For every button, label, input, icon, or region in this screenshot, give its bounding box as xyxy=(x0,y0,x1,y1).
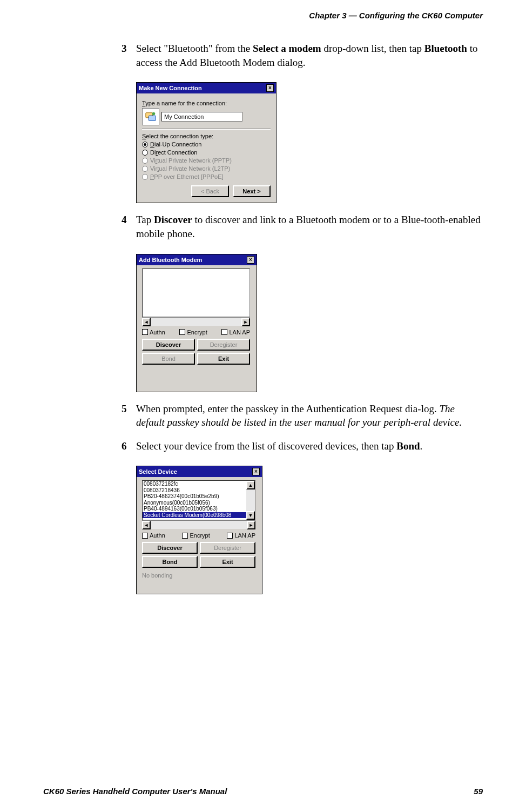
connection-icon xyxy=(142,108,159,125)
list-item-selected[interactable]: Socket Cordless Modem(00e098b08 xyxy=(143,512,255,519)
modem-list[interactable] xyxy=(142,269,250,317)
radio-pptp-pre: Vi xyxy=(150,157,156,164)
discover-button[interactable]: Discover xyxy=(142,339,195,351)
scroll-left-icon[interactable]: ◄ xyxy=(142,521,151,529)
checkbox-icon xyxy=(142,329,148,335)
footer-manual-title: CK60 Series Handheld Computer User's Man… xyxy=(43,787,227,796)
radio-pppoe: PPP over Ethernet [PPPoE] xyxy=(142,173,271,180)
hscroll-bar[interactable]: ◄ ► xyxy=(142,520,255,529)
name-label: Type a name for the connection: xyxy=(142,100,271,106)
step-5-number: 5 xyxy=(122,402,127,416)
encrypt-checkbox[interactable]: Encrypt xyxy=(182,532,210,539)
radio-l2tp: Virtual Private Network (L2TP) xyxy=(142,165,271,172)
radio-icon xyxy=(142,166,148,172)
encrypt-label: Encrypt xyxy=(190,532,210,539)
step-3-text-1: Select "Bluetooth" from the xyxy=(136,43,253,54)
dialog3-buttons: Discover Deregister Bond Exit xyxy=(142,542,255,568)
step-4: 4 Tap Discover to discover and link to a… xyxy=(124,213,483,240)
svg-rect-1 xyxy=(149,116,156,120)
radio-direct-post: ect Connection xyxy=(158,149,197,156)
connection-name-input[interactable]: My Connection xyxy=(161,112,242,122)
exit-button[interactable]: Exit xyxy=(200,556,255,568)
step-4-bold-1: Discover xyxy=(154,214,192,225)
svg-point-2 xyxy=(152,112,156,116)
dialog3-title: Select Device xyxy=(139,468,177,475)
radio-pptp-post: tual Private Network (PPTP) xyxy=(157,157,232,164)
authn-label: Authn xyxy=(150,329,165,335)
list-item[interactable]: Anonymous(00c01b05f056) xyxy=(143,500,255,506)
type-label: Select the connection type: xyxy=(142,133,271,139)
bond-button[interactable]: Bond xyxy=(142,556,198,568)
checkbox-icon xyxy=(221,329,227,335)
scroll-left-icon[interactable]: ◄ xyxy=(142,318,151,326)
encrypt-label: Encrypt xyxy=(187,329,207,335)
dialog2-titlebar: Add Bluetooth Modem × xyxy=(137,254,257,265)
hscroll-bar[interactable]: ◄ ► xyxy=(142,317,250,326)
list-item[interactable]: PB20-4862374(00c01b05e2b9) xyxy=(143,493,255,500)
status-text: No bonding xyxy=(142,572,257,579)
scroll-track[interactable] xyxy=(246,489,255,511)
scroll-up-icon[interactable]: ▲ xyxy=(246,481,255,489)
next-button[interactable]: Next > xyxy=(233,185,271,197)
list-item[interactable]: 0080372182fc xyxy=(143,481,255,487)
radio-dialup-label: ial-Up Connection xyxy=(154,141,201,147)
checkbox-icon xyxy=(227,533,233,539)
close-icon[interactable]: × xyxy=(252,468,260,475)
radio-pptp: Virtual Private Network (PPTP) xyxy=(142,157,271,164)
separator xyxy=(142,129,271,130)
close-icon[interactable]: × xyxy=(266,84,274,92)
discover-button[interactable]: Discover xyxy=(142,542,198,554)
radio-direct-pre: Di xyxy=(150,149,156,156)
device-list[interactable]: 0080372182fc 008037218436 PB20-4862374(0… xyxy=(142,480,255,520)
deregister-button: Deregister xyxy=(197,339,250,351)
step-3: 3 Select "Bluetooth" from the Select a m… xyxy=(124,42,483,69)
scroll-right-icon[interactable]: ► xyxy=(241,318,250,326)
select-device-dialog: Select Device × 0080372182fc 00803721843… xyxy=(136,466,262,594)
encrypt-checkbox[interactable]: Encrypt xyxy=(179,329,207,335)
radio-dialup[interactable]: Dial-Up Connection xyxy=(142,141,271,147)
exit-button[interactable]: Exit xyxy=(197,353,250,365)
step-6-number: 6 xyxy=(122,439,127,453)
authn-checkbox[interactable]: Authn xyxy=(142,329,165,335)
type-label-rest: elect the connection type: xyxy=(146,133,213,139)
back-button: < Back xyxy=(191,185,229,197)
list-item[interactable]: PB40-4894163(00c01b05f063) xyxy=(143,506,255,512)
deregister-button: Deregister xyxy=(200,542,255,554)
name-input-row: My Connection xyxy=(142,108,271,125)
scroll-track[interactable] xyxy=(151,521,247,529)
step-5-text-1: When prompted, enter the passkey in the … xyxy=(136,403,439,414)
dialog3-titlebar: Select Device × xyxy=(137,466,262,477)
radio-direct[interactable]: Direct Connection xyxy=(142,149,271,156)
checkbox-icon xyxy=(142,533,148,539)
radio-icon xyxy=(142,158,148,164)
dialog1-titlebar: Make New Connection × xyxy=(137,83,276,93)
scroll-right-icon[interactable]: ► xyxy=(247,521,255,529)
step-6-bold-1: Bond xyxy=(396,440,420,452)
dialog1-body: Type a name for the connection: My Conne… xyxy=(137,93,276,203)
page-footer: CK60 Series Handheld Computer User's Man… xyxy=(43,787,483,796)
authn-label: Authn xyxy=(150,532,165,539)
bond-button: Bond xyxy=(142,353,195,365)
lanap-checkbox[interactable]: LAN AP xyxy=(221,329,250,335)
vscroll-bar[interactable]: ▲ ▼ xyxy=(246,481,255,520)
close-icon[interactable]: × xyxy=(247,256,254,264)
dialog2-title: Add Bluetooth Modem xyxy=(139,257,202,263)
radio-l2tp-pre: Vir xyxy=(150,165,157,172)
lanap-label: LAN AP xyxy=(234,532,255,539)
radio-icon xyxy=(142,142,148,147)
lanap-checkbox[interactable]: LAN AP xyxy=(227,532,255,539)
make-new-connection-dialog: Make New Connection × Type a name for th… xyxy=(136,82,277,203)
step-4-text-1: Tap xyxy=(136,214,154,225)
checkbox-row: Authn Encrypt LAN AP xyxy=(142,329,250,335)
dialog2-buttons: Discover Deregister Bond Exit xyxy=(142,339,250,365)
radio-l2tp-post: ual Private Network (L2TP) xyxy=(159,165,230,172)
authn-checkbox[interactable]: Authn xyxy=(142,532,165,539)
dialog1-buttons: < Back Next > xyxy=(142,185,271,197)
radio-icon xyxy=(142,174,148,180)
step-4-number: 4 xyxy=(122,213,127,227)
radio-dialup-accel: D xyxy=(150,141,154,147)
page-header-chapter: Chapter 3 — Configuring the CK60 Compute… xyxy=(43,11,483,20)
scroll-track[interactable] xyxy=(151,318,241,326)
list-item[interactable]: 008037218436 xyxy=(143,487,255,494)
scroll-down-icon[interactable]: ▼ xyxy=(246,511,255,520)
